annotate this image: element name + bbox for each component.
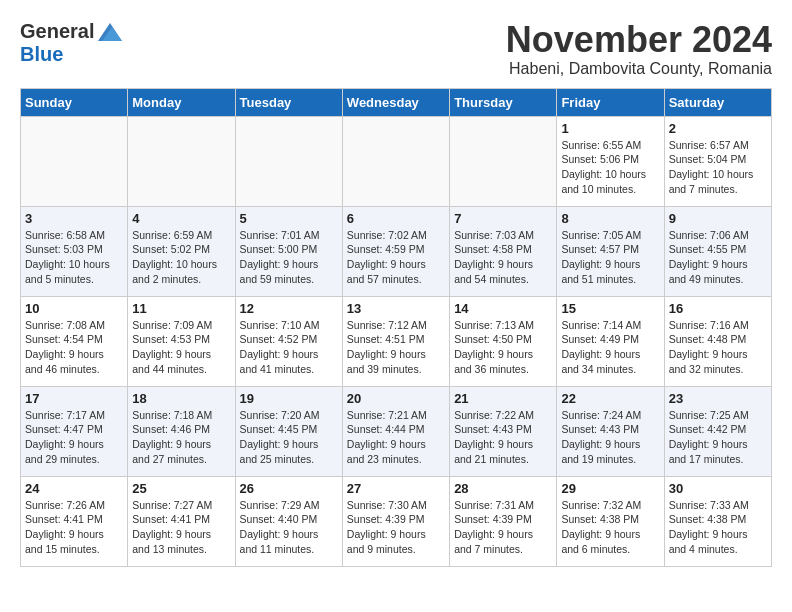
day-number: 13 bbox=[347, 301, 445, 316]
calendar-week-2: 3Sunrise: 6:58 AM Sunset: 5:03 PM Daylig… bbox=[21, 206, 772, 296]
calendar-cell: 7Sunrise: 7:03 AM Sunset: 4:58 PM Daylig… bbox=[450, 206, 557, 296]
calendar-cell: 12Sunrise: 7:10 AM Sunset: 4:52 PM Dayli… bbox=[235, 296, 342, 386]
weekday-header-friday: Friday bbox=[557, 88, 664, 116]
day-number: 22 bbox=[561, 391, 659, 406]
calendar-cell: 26Sunrise: 7:29 AM Sunset: 4:40 PM Dayli… bbox=[235, 476, 342, 566]
day-number: 12 bbox=[240, 301, 338, 316]
calendar-week-1: 1Sunrise: 6:55 AM Sunset: 5:06 PM Daylig… bbox=[21, 116, 772, 206]
day-info: Sunrise: 7:20 AM Sunset: 4:45 PM Dayligh… bbox=[240, 408, 338, 467]
day-number: 3 bbox=[25, 211, 123, 226]
calendar-cell: 25Sunrise: 7:27 AM Sunset: 4:41 PM Dayli… bbox=[128, 476, 235, 566]
day-info: Sunrise: 7:18 AM Sunset: 4:46 PM Dayligh… bbox=[132, 408, 230, 467]
calendar-week-4: 17Sunrise: 7:17 AM Sunset: 4:47 PM Dayli… bbox=[21, 386, 772, 476]
day-number: 29 bbox=[561, 481, 659, 496]
day-info: Sunrise: 7:26 AM Sunset: 4:41 PM Dayligh… bbox=[25, 498, 123, 557]
calendar-cell: 5Sunrise: 7:01 AM Sunset: 5:00 PM Daylig… bbox=[235, 206, 342, 296]
day-number: 1 bbox=[561, 121, 659, 136]
calendar-cell: 15Sunrise: 7:14 AM Sunset: 4:49 PM Dayli… bbox=[557, 296, 664, 386]
day-info: Sunrise: 7:30 AM Sunset: 4:39 PM Dayligh… bbox=[347, 498, 445, 557]
day-info: Sunrise: 6:55 AM Sunset: 5:06 PM Dayligh… bbox=[561, 138, 659, 197]
calendar-cell: 16Sunrise: 7:16 AM Sunset: 4:48 PM Dayli… bbox=[664, 296, 771, 386]
day-number: 10 bbox=[25, 301, 123, 316]
day-number: 14 bbox=[454, 301, 552, 316]
weekday-header-sunday: Sunday bbox=[21, 88, 128, 116]
calendar-cell bbox=[235, 116, 342, 206]
logo-icon bbox=[98, 23, 122, 41]
calendar-cell: 21Sunrise: 7:22 AM Sunset: 4:43 PM Dayli… bbox=[450, 386, 557, 476]
calendar-cell: 10Sunrise: 7:08 AM Sunset: 4:54 PM Dayli… bbox=[21, 296, 128, 386]
calendar-cell: 8Sunrise: 7:05 AM Sunset: 4:57 PM Daylig… bbox=[557, 206, 664, 296]
day-number: 17 bbox=[25, 391, 123, 406]
day-number: 21 bbox=[454, 391, 552, 406]
calendar-week-3: 10Sunrise: 7:08 AM Sunset: 4:54 PM Dayli… bbox=[21, 296, 772, 386]
calendar-cell: 17Sunrise: 7:17 AM Sunset: 4:47 PM Dayli… bbox=[21, 386, 128, 476]
day-info: Sunrise: 7:14 AM Sunset: 4:49 PM Dayligh… bbox=[561, 318, 659, 377]
calendar-cell: 18Sunrise: 7:18 AM Sunset: 4:46 PM Dayli… bbox=[128, 386, 235, 476]
day-info: Sunrise: 7:09 AM Sunset: 4:53 PM Dayligh… bbox=[132, 318, 230, 377]
day-number: 30 bbox=[669, 481, 767, 496]
day-number: 11 bbox=[132, 301, 230, 316]
calendar-cell: 29Sunrise: 7:32 AM Sunset: 4:38 PM Dayli… bbox=[557, 476, 664, 566]
calendar-cell bbox=[342, 116, 449, 206]
weekday-header-tuesday: Tuesday bbox=[235, 88, 342, 116]
calendar-cell bbox=[450, 116, 557, 206]
day-number: 5 bbox=[240, 211, 338, 226]
day-number: 20 bbox=[347, 391, 445, 406]
calendar-cell: 22Sunrise: 7:24 AM Sunset: 4:43 PM Dayli… bbox=[557, 386, 664, 476]
day-number: 8 bbox=[561, 211, 659, 226]
day-info: Sunrise: 6:58 AM Sunset: 5:03 PM Dayligh… bbox=[25, 228, 123, 287]
day-number: 16 bbox=[669, 301, 767, 316]
day-info: Sunrise: 7:33 AM Sunset: 4:38 PM Dayligh… bbox=[669, 498, 767, 557]
calendar-cell bbox=[128, 116, 235, 206]
day-info: Sunrise: 7:08 AM Sunset: 4:54 PM Dayligh… bbox=[25, 318, 123, 377]
day-info: Sunrise: 7:22 AM Sunset: 4:43 PM Dayligh… bbox=[454, 408, 552, 467]
weekday-header-saturday: Saturday bbox=[664, 88, 771, 116]
day-info: Sunrise: 7:10 AM Sunset: 4:52 PM Dayligh… bbox=[240, 318, 338, 377]
calendar-cell: 1Sunrise: 6:55 AM Sunset: 5:06 PM Daylig… bbox=[557, 116, 664, 206]
logo: General Blue bbox=[20, 20, 122, 66]
day-info: Sunrise: 7:25 AM Sunset: 4:42 PM Dayligh… bbox=[669, 408, 767, 467]
day-number: 23 bbox=[669, 391, 767, 406]
day-number: 9 bbox=[669, 211, 767, 226]
calendar-cell: 9Sunrise: 7:06 AM Sunset: 4:55 PM Daylig… bbox=[664, 206, 771, 296]
calendar-cell: 19Sunrise: 7:20 AM Sunset: 4:45 PM Dayli… bbox=[235, 386, 342, 476]
day-info: Sunrise: 7:01 AM Sunset: 5:00 PM Dayligh… bbox=[240, 228, 338, 287]
weekday-header-thursday: Thursday bbox=[450, 88, 557, 116]
calendar-week-5: 24Sunrise: 7:26 AM Sunset: 4:41 PM Dayli… bbox=[21, 476, 772, 566]
calendar-cell: 2Sunrise: 6:57 AM Sunset: 5:04 PM Daylig… bbox=[664, 116, 771, 206]
day-number: 2 bbox=[669, 121, 767, 136]
day-number: 15 bbox=[561, 301, 659, 316]
calendar-cell: 3Sunrise: 6:58 AM Sunset: 5:03 PM Daylig… bbox=[21, 206, 128, 296]
calendar-cell: 24Sunrise: 7:26 AM Sunset: 4:41 PM Dayli… bbox=[21, 476, 128, 566]
calendar-cell: 14Sunrise: 7:13 AM Sunset: 4:50 PM Dayli… bbox=[450, 296, 557, 386]
day-number: 6 bbox=[347, 211, 445, 226]
day-info: Sunrise: 7:06 AM Sunset: 4:55 PM Dayligh… bbox=[669, 228, 767, 287]
weekday-header-monday: Monday bbox=[128, 88, 235, 116]
day-info: Sunrise: 7:02 AM Sunset: 4:59 PM Dayligh… bbox=[347, 228, 445, 287]
day-number: 18 bbox=[132, 391, 230, 406]
day-info: Sunrise: 7:32 AM Sunset: 4:38 PM Dayligh… bbox=[561, 498, 659, 557]
day-info: Sunrise: 7:12 AM Sunset: 4:51 PM Dayligh… bbox=[347, 318, 445, 377]
day-number: 4 bbox=[132, 211, 230, 226]
calendar-cell bbox=[21, 116, 128, 206]
location-title: Habeni, Dambovita County, Romania bbox=[506, 60, 772, 78]
day-info: Sunrise: 6:59 AM Sunset: 5:02 PM Dayligh… bbox=[132, 228, 230, 287]
month-title: November 2024 bbox=[506, 20, 772, 60]
day-number: 24 bbox=[25, 481, 123, 496]
page-header: General Blue November 2024 Habeni, Dambo… bbox=[20, 20, 772, 78]
calendar-cell: 6Sunrise: 7:02 AM Sunset: 4:59 PM Daylig… bbox=[342, 206, 449, 296]
logo-blue-text: Blue bbox=[20, 43, 63, 66]
calendar-table: SundayMondayTuesdayWednesdayThursdayFrid… bbox=[20, 88, 772, 567]
calendar-header-row: SundayMondayTuesdayWednesdayThursdayFrid… bbox=[21, 88, 772, 116]
calendar-cell: 27Sunrise: 7:30 AM Sunset: 4:39 PM Dayli… bbox=[342, 476, 449, 566]
calendar-cell: 28Sunrise: 7:31 AM Sunset: 4:39 PM Dayli… bbox=[450, 476, 557, 566]
day-info: Sunrise: 7:29 AM Sunset: 4:40 PM Dayligh… bbox=[240, 498, 338, 557]
day-info: Sunrise: 7:27 AM Sunset: 4:41 PM Dayligh… bbox=[132, 498, 230, 557]
day-info: Sunrise: 7:31 AM Sunset: 4:39 PM Dayligh… bbox=[454, 498, 552, 557]
day-info: Sunrise: 7:03 AM Sunset: 4:58 PM Dayligh… bbox=[454, 228, 552, 287]
calendar-cell: 20Sunrise: 7:21 AM Sunset: 4:44 PM Dayli… bbox=[342, 386, 449, 476]
calendar-cell: 30Sunrise: 7:33 AM Sunset: 4:38 PM Dayli… bbox=[664, 476, 771, 566]
logo-general-text: General bbox=[20, 20, 94, 43]
calendar-cell: 4Sunrise: 6:59 AM Sunset: 5:02 PM Daylig… bbox=[128, 206, 235, 296]
day-number: 25 bbox=[132, 481, 230, 496]
